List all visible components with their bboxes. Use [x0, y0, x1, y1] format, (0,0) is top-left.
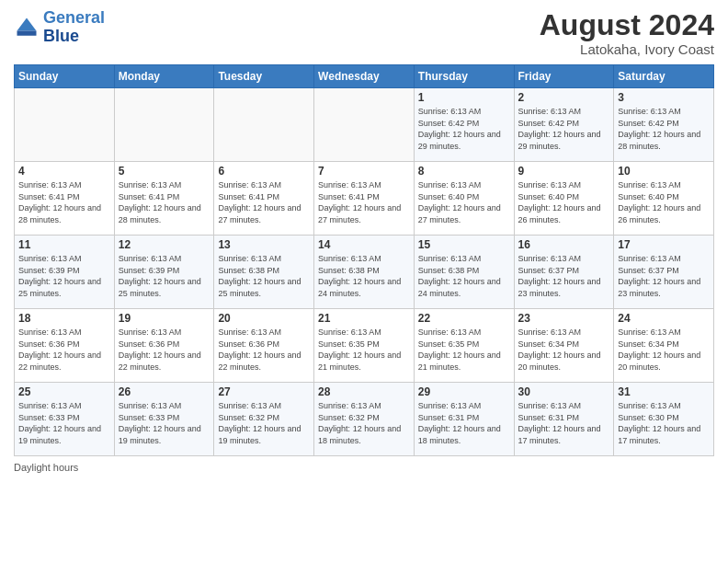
logo-text: General Blue: [43, 9, 105, 46]
day-number: 8: [418, 165, 510, 178]
day-info: Sunrise: 6:13 AM Sunset: 6:38 PM Dayligh…: [218, 253, 310, 299]
table-row: 3Sunrise: 6:13 AM Sunset: 6:42 PM Daylig…: [614, 88, 714, 162]
day-info: Sunrise: 6:13 AM Sunset: 6:37 PM Dayligh…: [518, 253, 610, 299]
day-info: Sunrise: 6:13 AM Sunset: 6:32 PM Dayligh…: [318, 400, 410, 446]
day-number: 21: [318, 312, 410, 325]
day-info: Sunrise: 6:13 AM Sunset: 6:41 PM Dayligh…: [119, 179, 210, 225]
title-block: August 2024 Latokaha, Ivory Coast: [540, 9, 714, 57]
logo-icon: [14, 15, 40, 40]
day-number: 28: [318, 385, 410, 398]
day-number: 14: [318, 238, 410, 251]
day-info: Sunrise: 6:13 AM Sunset: 6:36 PM Dayligh…: [218, 327, 310, 373]
table-row: 5Sunrise: 6:13 AM Sunset: 6:41 PM Daylig…: [114, 162, 214, 236]
day-info: Sunrise: 6:13 AM Sunset: 6:41 PM Dayligh…: [18, 179, 110, 225]
day-info: Sunrise: 6:13 AM Sunset: 6:40 PM Dayligh…: [418, 179, 510, 225]
day-number: 13: [218, 238, 310, 251]
day-number: 10: [618, 165, 710, 178]
calendar-week-row: 11Sunrise: 6:13 AM Sunset: 6:39 PM Dayli…: [15, 236, 714, 309]
day-number: 30: [518, 385, 610, 398]
day-info: Sunrise: 6:13 AM Sunset: 6:35 PM Dayligh…: [418, 327, 510, 373]
calendar-table: Sunday Monday Tuesday Wednesday Thursday…: [14, 64, 714, 456]
day-number: 7: [318, 165, 410, 178]
day-info: Sunrise: 6:13 AM Sunset: 6:37 PM Dayligh…: [618, 253, 710, 299]
day-number: 27: [218, 385, 310, 398]
table-row: 27Sunrise: 6:13 AM Sunset: 6:32 PM Dayli…: [214, 383, 314, 456]
table-row: 26Sunrise: 6:13 AM Sunset: 6:33 PM Dayli…: [114, 383, 214, 456]
day-number: 3: [618, 91, 710, 104]
col-tuesday: Tuesday: [214, 65, 314, 88]
day-info: Sunrise: 6:13 AM Sunset: 6:40 PM Dayligh…: [618, 179, 710, 225]
table-row: 10Sunrise: 6:13 AM Sunset: 6:40 PM Dayli…: [614, 162, 714, 236]
day-info: Sunrise: 6:13 AM Sunset: 6:33 PM Dayligh…: [18, 400, 110, 446]
table-row: 28Sunrise: 6:13 AM Sunset: 6:32 PM Dayli…: [314, 383, 415, 456]
table-row: 8Sunrise: 6:13 AM Sunset: 6:40 PM Daylig…: [414, 162, 514, 236]
day-info: Sunrise: 6:13 AM Sunset: 6:31 PM Dayligh…: [518, 400, 610, 446]
day-number: 11: [18, 238, 110, 251]
table-row: 22Sunrise: 6:13 AM Sunset: 6:35 PM Dayli…: [414, 309, 514, 383]
day-info: Sunrise: 6:13 AM Sunset: 6:33 PM Dayligh…: [119, 400, 210, 446]
calendar-week-row: 4Sunrise: 6:13 AM Sunset: 6:41 PM Daylig…: [15, 162, 714, 236]
table-row: 24Sunrise: 6:13 AM Sunset: 6:34 PM Dayli…: [614, 309, 714, 383]
table-row: 16Sunrise: 6:13 AM Sunset: 6:37 PM Dayli…: [514, 236, 614, 309]
table-row: 15Sunrise: 6:13 AM Sunset: 6:38 PM Dayli…: [414, 236, 514, 309]
table-row: [114, 88, 214, 162]
day-info: Sunrise: 6:13 AM Sunset: 6:30 PM Dayligh…: [618, 400, 710, 446]
day-info: Sunrise: 6:13 AM Sunset: 6:40 PM Dayligh…: [518, 179, 610, 225]
table-row: 18Sunrise: 6:13 AM Sunset: 6:36 PM Dayli…: [15, 309, 115, 383]
day-info: Sunrise: 6:13 AM Sunset: 6:42 PM Dayligh…: [618, 106, 710, 152]
table-row: 19Sunrise: 6:13 AM Sunset: 6:36 PM Dayli…: [114, 309, 214, 383]
table-row: [314, 88, 415, 162]
col-friday: Friday: [514, 65, 614, 88]
calendar-week-row: 25Sunrise: 6:13 AM Sunset: 6:33 PM Dayli…: [15, 383, 714, 456]
day-number: 17: [618, 238, 710, 251]
table-row: [214, 88, 314, 162]
day-info: Sunrise: 6:13 AM Sunset: 6:34 PM Dayligh…: [618, 327, 710, 373]
day-number: 19: [119, 312, 210, 325]
table-row: 29Sunrise: 6:13 AM Sunset: 6:31 PM Dayli…: [414, 383, 514, 456]
day-number: 26: [119, 385, 210, 398]
table-row: 30Sunrise: 6:13 AM Sunset: 6:31 PM Dayli…: [514, 383, 614, 456]
table-row: 20Sunrise: 6:13 AM Sunset: 6:36 PM Dayli…: [214, 309, 314, 383]
table-row: 1Sunrise: 6:13 AM Sunset: 6:42 PM Daylig…: [414, 88, 514, 162]
day-info: Sunrise: 6:13 AM Sunset: 6:32 PM Dayligh…: [218, 400, 310, 446]
footer-text: Daylight hours: [14, 462, 78, 473]
day-info: Sunrise: 6:13 AM Sunset: 6:35 PM Dayligh…: [318, 327, 410, 373]
calendar-week-row: 1Sunrise: 6:13 AM Sunset: 6:42 PM Daylig…: [15, 88, 714, 162]
table-row: 25Sunrise: 6:13 AM Sunset: 6:33 PM Dayli…: [15, 383, 115, 456]
day-number: 12: [119, 238, 210, 251]
table-row: 14Sunrise: 6:13 AM Sunset: 6:38 PM Dayli…: [314, 236, 415, 309]
table-row: 9Sunrise: 6:13 AM Sunset: 6:40 PM Daylig…: [514, 162, 614, 236]
day-number: 6: [218, 165, 310, 178]
month-year: August 2024: [540, 9, 714, 41]
table-row: 7Sunrise: 6:13 AM Sunset: 6:41 PM Daylig…: [314, 162, 415, 236]
table-row: [15, 88, 115, 162]
table-row: 13Sunrise: 6:13 AM Sunset: 6:38 PM Dayli…: [214, 236, 314, 309]
day-info: Sunrise: 6:13 AM Sunset: 6:42 PM Dayligh…: [418, 106, 510, 152]
day-info: Sunrise: 6:13 AM Sunset: 6:41 PM Dayligh…: [218, 179, 310, 225]
day-info: Sunrise: 6:13 AM Sunset: 6:38 PM Dayligh…: [318, 253, 410, 299]
day-number: 20: [218, 312, 310, 325]
col-saturday: Saturday: [614, 65, 714, 88]
table-row: 11Sunrise: 6:13 AM Sunset: 6:39 PM Dayli…: [15, 236, 115, 309]
logo: General Blue: [14, 9, 105, 46]
footer: Daylight hours: [14, 462, 714, 473]
day-number: 29: [418, 385, 510, 398]
day-number: 4: [18, 165, 110, 178]
day-info: Sunrise: 6:13 AM Sunset: 6:36 PM Dayligh…: [18, 327, 110, 373]
col-sunday: Sunday: [15, 65, 115, 88]
day-number: 31: [618, 385, 710, 398]
table-row: 17Sunrise: 6:13 AM Sunset: 6:37 PM Dayli…: [614, 236, 714, 309]
svg-marker-0: [17, 17, 37, 30]
day-info: Sunrise: 6:13 AM Sunset: 6:36 PM Dayligh…: [119, 327, 210, 373]
day-info: Sunrise: 6:13 AM Sunset: 6:41 PM Dayligh…: [318, 179, 410, 225]
day-number: 23: [518, 312, 610, 325]
day-info: Sunrise: 6:13 AM Sunset: 6:39 PM Dayligh…: [119, 253, 210, 299]
day-info: Sunrise: 6:13 AM Sunset: 6:34 PM Dayligh…: [518, 327, 610, 373]
table-row: 6Sunrise: 6:13 AM Sunset: 6:41 PM Daylig…: [214, 162, 314, 236]
table-row: 12Sunrise: 6:13 AM Sunset: 6:39 PM Dayli…: [114, 236, 214, 309]
calendar-header-row: Sunday Monday Tuesday Wednesday Thursday…: [15, 65, 714, 88]
day-number: 24: [618, 312, 710, 325]
col-wednesday: Wednesday: [314, 65, 415, 88]
day-number: 18: [18, 312, 110, 325]
page: General Blue August 2024 Latokaha, Ivory…: [0, 0, 728, 563]
